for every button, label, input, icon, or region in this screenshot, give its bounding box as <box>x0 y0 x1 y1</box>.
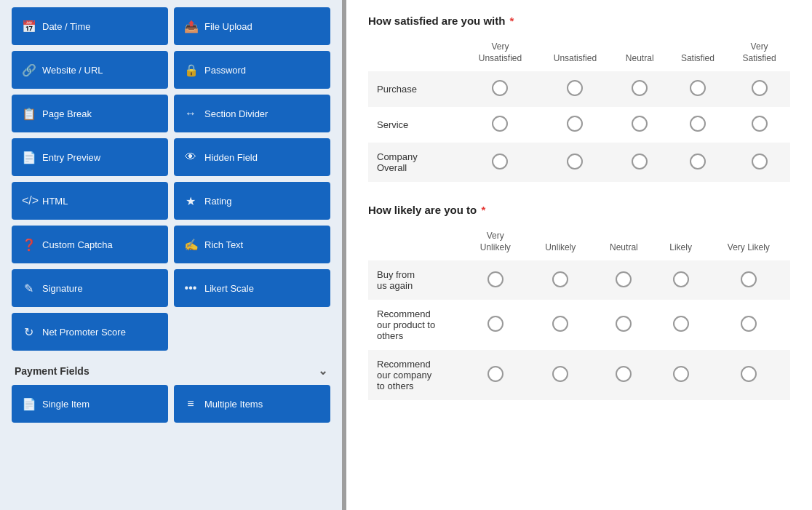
field-btn-single-item[interactable]: 📄Single Item <box>12 385 168 423</box>
col-header-neutral-1: Neutral <box>613 39 667 71</box>
radio-cell-1-2[interactable] <box>613 107 667 143</box>
payment-section-label: Payment Fields <box>15 365 89 377</box>
field-btn-signature[interactable]: ✎Signature <box>12 269 168 307</box>
radio-cell-2-4[interactable] <box>728 143 790 182</box>
radio-cell-1-1[interactable] <box>538 107 613 143</box>
radio-circle[interactable] <box>616 271 632 287</box>
col-header-very-unlikely: VeryUnlikely <box>463 228 528 260</box>
radio-cell-1-3[interactable] <box>655 300 707 350</box>
single-item-icon: 📄 <box>22 397 35 411</box>
radio-circle[interactable] <box>690 116 706 132</box>
table-row: Service <box>368 107 790 143</box>
field-btn-html[interactable]: </>HTML <box>12 182 168 220</box>
field-btn-custom-captcha[interactable]: ❓Custom Captcha <box>12 226 168 263</box>
payment-section-header[interactable]: Payment Fields ⌄ <box>12 356 330 385</box>
row-label-2: CompanyOverall <box>368 143 463 182</box>
radio-circle[interactable] <box>752 80 768 96</box>
field-btn-multiple-items[interactable]: ≡Multiple Items <box>174 385 330 423</box>
radio-cell-1-0[interactable] <box>463 107 538 143</box>
radio-circle[interactable] <box>552 316 568 332</box>
field-label-net-promoter-score: Net Promoter Score <box>42 327 126 338</box>
radio-cell-2-1[interactable] <box>538 143 613 182</box>
radio-circle[interactable] <box>632 80 648 96</box>
radio-circle[interactable] <box>752 154 768 170</box>
right-panel: How satisfied are you with * VeryUnsatis… <box>346 0 812 510</box>
table-row: Buy fromus again <box>368 260 790 300</box>
field-label-file-upload: File Upload <box>204 21 252 32</box>
question-1-title: How satisfied are you with * <box>368 15 790 27</box>
radio-cell-0-1[interactable] <box>528 260 594 300</box>
field-btn-rating[interactable]: ★Rating <box>174 182 330 220</box>
radio-cell-0-2[interactable] <box>613 71 667 107</box>
field-label-section-divider: Section Divider <box>204 108 268 119</box>
question-2-title: How likely are you to * <box>368 204 790 216</box>
radio-cell-2-0[interactable] <box>463 143 538 182</box>
radio-cell-1-3[interactable] <box>667 107 729 143</box>
row-label-1: Recommendour product toothers <box>368 300 463 350</box>
radio-cell-0-2[interactable] <box>593 260 654 300</box>
field-btn-section-divider[interactable]: ↔Section Divider <box>174 95 330 132</box>
radio-cell-0-4[interactable] <box>707 260 790 300</box>
field-label-html: HTML <box>42 196 68 207</box>
field-btn-hidden-field[interactable]: 👁Hidden Field <box>174 138 330 176</box>
field-btn-rich-text[interactable]: ✍Rich Text <box>174 226 330 263</box>
radio-circle[interactable] <box>616 316 632 332</box>
radio-circle[interactable] <box>673 316 689 332</box>
field-btn-entry-preview[interactable]: 📄Entry Preview <box>12 138 168 176</box>
radio-circle[interactable] <box>492 80 508 96</box>
radio-cell-2-2[interactable] <box>613 143 667 182</box>
radio-circle[interactable] <box>632 116 648 132</box>
radio-cell-1-4[interactable] <box>707 300 790 350</box>
radio-circle[interactable] <box>741 271 757 287</box>
radio-cell-0-0[interactable] <box>463 71 538 107</box>
radio-cell-2-4[interactable] <box>707 350 790 400</box>
field-btn-net-promoter-score[interactable]: ↻Net Promoter Score <box>12 313 168 351</box>
radio-circle[interactable] <box>741 316 757 332</box>
radio-cell-0-0[interactable] <box>463 260 528 300</box>
field-btn-password[interactable]: 🔒Password <box>174 51 330 89</box>
radio-circle[interactable] <box>492 154 508 170</box>
field-btn-page-break[interactable]: 📋Page Break <box>12 95 168 132</box>
radio-circle[interactable] <box>632 154 648 170</box>
radio-circle[interactable] <box>492 116 508 132</box>
radio-circle[interactable] <box>690 80 706 96</box>
row-label-0: Purchase <box>368 71 463 107</box>
radio-cell-2-1[interactable] <box>528 350 594 400</box>
radio-cell-2-3[interactable] <box>667 143 729 182</box>
radio-cell-2-0[interactable] <box>463 350 528 400</box>
radio-cell-0-1[interactable] <box>538 71 613 107</box>
radio-cell-2-3[interactable] <box>655 350 707 400</box>
radio-cell-1-4[interactable] <box>728 107 790 143</box>
radio-circle[interactable] <box>567 154 583 170</box>
radio-circle[interactable] <box>673 271 689 287</box>
radio-cell-0-3[interactable] <box>655 260 707 300</box>
radio-circle[interactable] <box>616 366 632 382</box>
radio-circle[interactable] <box>487 316 503 332</box>
radio-cell-1-2[interactable] <box>593 300 654 350</box>
field-label-signature: Signature <box>42 283 83 294</box>
radio-circle[interactable] <box>741 366 757 382</box>
radio-cell-0-4[interactable] <box>728 71 790 107</box>
radio-circle[interactable] <box>487 366 503 382</box>
rating-icon: ★ <box>184 194 197 208</box>
radio-circle[interactable] <box>690 154 706 170</box>
field-btn-file-upload[interactable]: 📤File Upload <box>174 7 330 45</box>
radio-cell-1-1[interactable] <box>528 300 594 350</box>
radio-circle[interactable] <box>567 80 583 96</box>
radio-circle[interactable] <box>552 366 568 382</box>
field-btn-date-time[interactable]: 📅Date / Time <box>12 7 168 45</box>
field-label-page-break: Page Break <box>42 108 92 119</box>
required-star-1: * <box>506 15 514 27</box>
radio-circle[interactable] <box>552 271 568 287</box>
radio-circle[interactable] <box>487 271 503 287</box>
page-break-icon: 📋 <box>22 107 35 121</box>
radio-circle[interactable] <box>752 116 768 132</box>
field-btn-website-url[interactable]: 🔗Website / URL <box>12 51 168 89</box>
row-label-0: Buy fromus again <box>368 260 463 300</box>
radio-cell-0-3[interactable] <box>667 71 729 107</box>
field-btn-likert-scale[interactable]: •••Likert Scale <box>174 269 330 307</box>
radio-cell-1-0[interactable] <box>463 300 528 350</box>
radio-cell-2-2[interactable] <box>593 350 654 400</box>
radio-circle[interactable] <box>673 366 689 382</box>
radio-circle[interactable] <box>567 116 583 132</box>
